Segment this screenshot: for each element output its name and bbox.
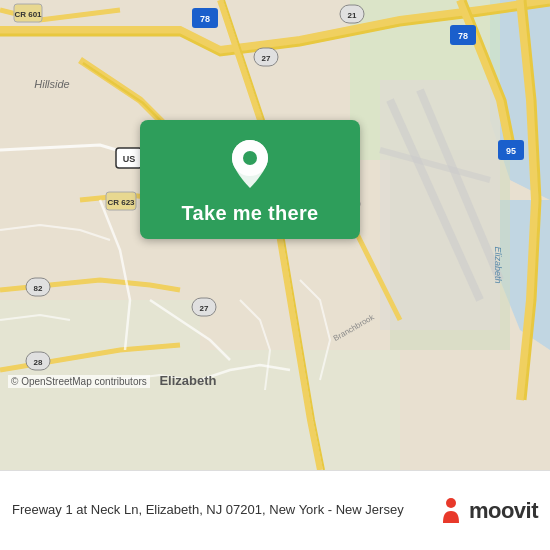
map-container: 78 78 95 21 27 27 US 81 82 28 CR 601: [0, 0, 550, 470]
svg-text:82: 82: [34, 284, 43, 293]
svg-text:Elizabeth: Elizabeth: [159, 373, 216, 388]
svg-text:CR 601: CR 601: [14, 10, 42, 19]
info-bar: Freeway 1 at Neck Ln, Elizabeth, NJ 0720…: [0, 470, 550, 550]
svg-text:Elizabeth: Elizabeth: [493, 246, 503, 283]
svg-text:27: 27: [200, 304, 209, 313]
moovit-person-icon: [437, 495, 465, 527]
svg-text:78: 78: [458, 31, 468, 41]
credits-text: © OpenStreetMap contributors: [11, 376, 147, 387]
svg-text:27: 27: [262, 54, 271, 63]
address-text: Freeway 1 at Neck Ln, Elizabeth, NJ 0720…: [12, 501, 429, 519]
moovit-logo: moovit: [437, 495, 538, 527]
svg-text:US: US: [123, 154, 136, 164]
svg-point-39: [446, 498, 456, 508]
svg-text:CR 623: CR 623: [107, 198, 135, 207]
map-credits: © OpenStreetMap contributors: [8, 375, 150, 388]
svg-text:28: 28: [34, 358, 43, 367]
svg-text:21: 21: [348, 11, 357, 20]
take-me-there-button[interactable]: Take me there: [140, 120, 360, 239]
svg-text:Hillside: Hillside: [34, 78, 69, 90]
svg-text:78: 78: [200, 14, 210, 24]
moovit-brand-text: moovit: [469, 498, 538, 524]
svg-text:95: 95: [506, 146, 516, 156]
take-me-there-label: Take me there: [182, 202, 319, 225]
svg-point-38: [243, 151, 257, 165]
location-pin-icon: [228, 138, 272, 194]
